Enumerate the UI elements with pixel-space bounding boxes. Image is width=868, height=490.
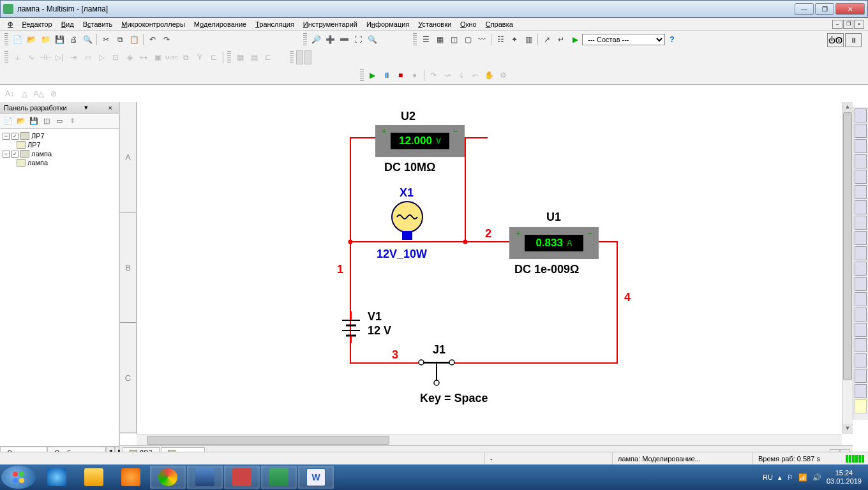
- taskbar-media[interactable]: [113, 466, 149, 489]
- instr-scope[interactable]: [855, 154, 867, 168]
- taskbar-explorer[interactable]: [76, 466, 112, 489]
- zoom-area-button[interactable]: 🔍: [365, 33, 379, 47]
- compose-select[interactable]: --- Состав ---: [582, 34, 665, 45]
- sp-tile2-button[interactable]: ▭: [54, 115, 65, 127]
- menu-insert[interactable]: Вставить: [79, 19, 117, 29]
- tray-net-icon[interactable]: 📶: [798, 473, 807, 482]
- wire[interactable]: [617, 241, 618, 364]
- go-button[interactable]: ▶: [568, 33, 582, 47]
- sidepanel-close[interactable]: ×: [106, 104, 115, 112]
- instr-network[interactable]: [855, 308, 867, 322]
- menu-help[interactable]: Справка: [482, 19, 517, 29]
- new-button[interactable]: 📄: [10, 33, 24, 47]
- instr-agilent1[interactable]: [855, 323, 867, 337]
- undo-button[interactable]: ↶: [146, 33, 160, 47]
- instr-spectrum[interactable]: [855, 292, 867, 306]
- sim-switch-button[interactable]: ⏻⏼: [827, 33, 844, 47]
- instr-distort[interactable]: [855, 277, 867, 291]
- instr-logic-conv[interactable]: [855, 246, 867, 260]
- scrollbar-thumb[interactable]: [147, 436, 389, 445]
- wire[interactable]: [350, 241, 351, 364]
- sp-save-button[interactable]: 💾: [28, 115, 40, 127]
- comp-y-button[interactable]: Y: [193, 50, 207, 64]
- schematic-canvas[interactable]: A B C U2 +− 12.000V: [120, 102, 853, 445]
- horizontal-scrollbar[interactable]: [137, 434, 842, 445]
- comp-misc3-button[interactable]: ▣: [151, 50, 165, 64]
- instr-multimeter[interactable]: [855, 108, 867, 122]
- menu-edit[interactable]: Редактор: [18, 19, 56, 29]
- toolbar-grip[interactable]: [4, 51, 8, 64]
- preview-button[interactable]: 🔍: [80, 33, 94, 47]
- wire[interactable]: [465, 137, 466, 242]
- design-tree[interactable]: −✓ ЛР7 ЛР7 −✓ лампа лампа: [0, 129, 119, 446]
- sim-step4-button[interactable]: ⤺: [468, 68, 483, 82]
- instr-wattmeter[interactable]: [855, 139, 867, 153]
- menu-info[interactable]: Информация: [363, 19, 413, 29]
- mdi-close[interactable]: ×: [854, 20, 864, 29]
- taskbar-chrome[interactable]: [150, 466, 186, 489]
- instr-logic[interactable]: [855, 231, 867, 245]
- switch-j1[interactable]: [415, 355, 466, 393]
- tree-project-1[interactable]: −✓ ЛР7: [3, 131, 116, 140]
- menu-options[interactable]: Установки: [414, 19, 455, 29]
- comp-cap-button[interactable]: ⊣⊢: [38, 50, 52, 64]
- sim-hand-button[interactable]: ✋: [483, 68, 497, 82]
- toolbar-grip[interactable]: [413, 33, 417, 46]
- sp-up-button[interactable]: ⬆: [66, 115, 78, 127]
- close-button[interactable]: ✕: [835, 3, 865, 15]
- open2-button[interactable]: 📁: [38, 33, 52, 47]
- tray-sound-icon[interactable]: 🔊: [812, 473, 821, 482]
- tool5-button[interactable]: ▥: [521, 33, 535, 47]
- menu-transfer[interactable]: Трансляция: [251, 19, 298, 29]
- zoom-out-button[interactable]: ➖: [337, 33, 351, 47]
- open-button[interactable]: 📂: [24, 33, 38, 47]
- tool2-button[interactable]: ▢: [461, 33, 475, 47]
- sp-tile-button[interactable]: ◫: [41, 115, 52, 127]
- sim-gear-button[interactable]: ⚙: [497, 68, 511, 82]
- save-button[interactable]: 💾: [52, 33, 66, 47]
- vertical-scrollbar[interactable]: ▲ ▼: [842, 102, 853, 434]
- redo-button[interactable]: ↷: [160, 33, 174, 47]
- sim-step2-button[interactable]: ⤻: [440, 68, 454, 82]
- list-button[interactable]: ☰: [419, 33, 433, 47]
- cut-button[interactable]: ✂: [99, 33, 113, 47]
- tool7-button[interactable]: ↵: [554, 33, 568, 47]
- sidepanel-pin[interactable]: ▾: [82, 103, 91, 112]
- instr-freq[interactable]: [855, 200, 867, 214]
- comp-misc2-button[interactable]: ◈: [123, 50, 137, 64]
- sim-stop-button[interactable]: ■: [394, 68, 408, 82]
- hier3-button[interactable]: ⊏: [261, 50, 275, 64]
- comp-resistor-button[interactable]: ∿: [24, 50, 38, 64]
- comp-bus-button[interactable]: ⧉: [179, 50, 193, 64]
- toolbar-grip[interactable]: [4, 33, 8, 46]
- tool3-button[interactable]: ☷: [493, 33, 507, 47]
- sim-step3-button[interactable]: ⤹: [454, 68, 468, 82]
- comp-ground-button[interactable]: ⏚: [10, 50, 24, 64]
- comp-misc-label[interactable]: MISC: [165, 50, 179, 64]
- scrollbar-thumb[interactable]: [843, 112, 852, 380]
- taskbar-multisim[interactable]: [261, 466, 297, 489]
- lamp-bulb[interactable]: [388, 199, 426, 244]
- comp-opamp-button[interactable]: ▷: [94, 50, 108, 64]
- tray-lang[interactable]: RU: [763, 473, 773, 481]
- menu-tools[interactable]: Инструментарий: [299, 19, 361, 29]
- instr-wordgen[interactable]: [855, 216, 867, 230]
- menu-view[interactable]: Вид: [57, 19, 78, 29]
- instr-probe[interactable]: [855, 369, 867, 383]
- paste-button[interactable]: 📋: [127, 33, 141, 47]
- mdi-minimize[interactable]: –: [832, 20, 842, 29]
- mdi-restore[interactable]: ❐: [843, 20, 853, 29]
- sim-step1-button[interactable]: ↷: [426, 68, 440, 82]
- comp-misc1-button[interactable]: ⊡: [108, 50, 123, 64]
- instr-labview[interactable]: [855, 384, 867, 398]
- taskbar-word[interactable]: W: [298, 466, 334, 489]
- sim-pause2-button[interactable]: ⏸: [845, 33, 862, 47]
- tray-arrow-icon[interactable]: ▴: [778, 473, 782, 482]
- taskbar-app2[interactable]: [224, 466, 260, 489]
- comp-conn-button[interactable]: ⊶: [137, 50, 151, 64]
- taskbar-ie[interactable]: [39, 466, 75, 489]
- ammeter-u1[interactable]: +− 0.833A: [509, 227, 599, 259]
- instr-bode[interactable]: [855, 185, 867, 199]
- comp-transistor-button[interactable]: ⇥: [66, 50, 80, 64]
- maximize-button[interactable]: ❐: [815, 3, 834, 15]
